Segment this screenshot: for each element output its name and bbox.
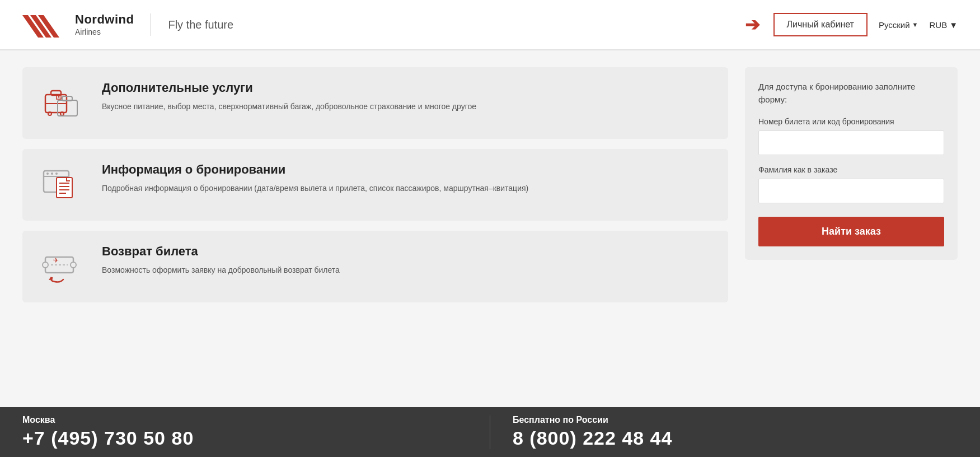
- moscow-phone-section: Москва +7 (495) 730 50 80: [22, 415, 467, 449]
- personal-cabinet-button[interactable]: Личный кабинет: [773, 13, 868, 36]
- left-panel: Дополнительные услуги Вкусное питание, в…: [22, 67, 728, 440]
- russia-label: Бесплатно по России: [513, 415, 958, 425]
- logo-text: Nordwind Airlines: [75, 12, 134, 36]
- booking-info-content: Информация о бронировании Подробная инфо…: [102, 162, 528, 194]
- russia-phone-section: Бесплатно по России 8 (800) 222 48 44: [513, 415, 958, 449]
- svg-point-22: [43, 262, 48, 268]
- logo-icon: [22, 10, 67, 40]
- svg-point-6: [48, 112, 51, 115]
- logo-subtitle: Airlines: [75, 27, 134, 37]
- language-selector[interactable]: Русский ▼: [879, 20, 918, 30]
- ticket-return-desc: Возможность оформить заявку на доброволь…: [102, 264, 340, 276]
- ticket-return-icon: ✈: [38, 244, 88, 289]
- moscow-number: +7 (495) 730 50 80: [22, 427, 467, 449]
- booking-info-icon: [38, 162, 88, 207]
- lastname-input[interactable]: [758, 179, 944, 203]
- booking-info-card: Информация о бронировании Подробная инфо…: [22, 149, 728, 221]
- ticket-return-content: Возврат билета Возможность оформить заяв…: [102, 244, 340, 276]
- header: Nordwind Airlines Fly the future ➔ Личны…: [0, 0, 980, 50]
- logo-name: Nordwind: [75, 12, 134, 27]
- ticket-return-card: ✈ Возврат билета Возможность оформить за…: [22, 231, 728, 302]
- logo-area: Nordwind Airlines: [22, 10, 134, 40]
- ticket-number-input[interactable]: [758, 130, 944, 155]
- right-panel: Для доступа к бронированию заполните фор…: [745, 67, 958, 440]
- form-intro: Для доступа к бронированию заполните фор…: [758, 81, 944, 106]
- main-content: Дополнительные услуги Вкусное питание, в…: [0, 50, 980, 457]
- phone-divider: [490, 416, 490, 449]
- lastname-group: Фамилия как в заказе: [758, 165, 944, 203]
- additional-services-content: Дополнительные услуги Вкусное питание, в…: [102, 81, 476, 113]
- additional-services-icon: [38, 81, 88, 125]
- svg-point-8: [58, 96, 60, 98]
- additional-services-desc: Вкусное питание, выбор места, сверхнорма…: [102, 101, 476, 113]
- russia-number: 8 (800) 222 48 44: [513, 427, 958, 449]
- svg-point-15: [55, 172, 58, 175]
- booking-info-desc: Подробная информация о бронировании (дат…: [102, 183, 528, 194]
- booking-form: Для доступа к бронированию заполните фор…: [745, 67, 958, 260]
- lastname-label: Фамилия как в заказе: [758, 165, 944, 174]
- tagline: Fly the future: [168, 18, 744, 31]
- moscow-label: Москва: [22, 415, 467, 425]
- header-right: ➔ Личный кабинет Русский ▼ RUB ▼: [745, 13, 958, 36]
- ticket-number-label: Номер билета или код бронирования: [758, 117, 944, 126]
- find-order-button[interactable]: Найти заказ: [758, 217, 944, 246]
- header-divider: [151, 13, 151, 36]
- additional-services-card: Дополнительные услуги Вкусное питание, в…: [22, 67, 728, 139]
- currency-selector[interactable]: RUB ▼: [929, 20, 958, 30]
- currency-label: RUB: [929, 20, 947, 30]
- svg-point-14: [51, 172, 53, 175]
- phone-bar: Москва +7 (495) 730 50 80 Бесплатно по Р…: [0, 407, 980, 457]
- svg-point-23: [71, 262, 76, 268]
- svg-point-13: [46, 172, 49, 175]
- ticket-number-group: Номер билета или код бронирования: [758, 117, 944, 155]
- arrow-annotation: ➔: [745, 14, 760, 35]
- svg-point-7: [60, 112, 64, 115]
- additional-services-title: Дополнительные услуги: [102, 81, 476, 95]
- language-chevron-icon: ▼: [912, 21, 918, 28]
- language-label: Русский: [879, 20, 910, 30]
- svg-marker-26: [49, 277, 53, 280]
- currency-chevron-icon: ▼: [949, 20, 958, 30]
- ticket-return-title: Возврат билета: [102, 244, 340, 259]
- svg-text:✈: ✈: [53, 257, 59, 264]
- booking-info-title: Информация о бронировании: [102, 162, 528, 177]
